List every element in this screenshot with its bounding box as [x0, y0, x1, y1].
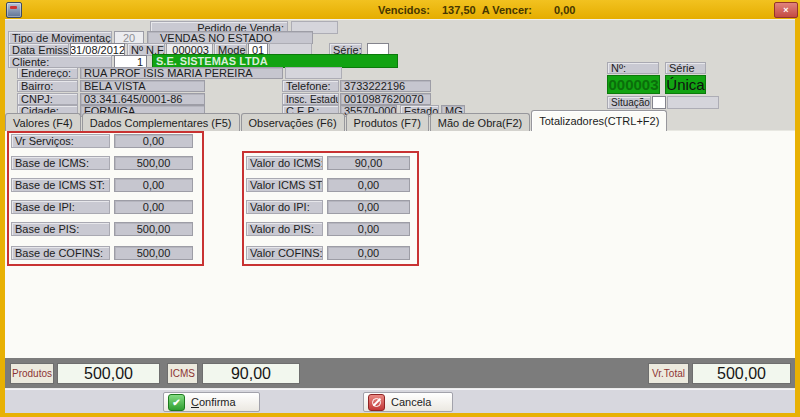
titlebar: Vencidos: 137,50 A Vencer: 0,00 × [0, 0, 800, 19]
tab-valores[interactable]: Valores (F4) [5, 113, 81, 131]
situacao-field [667, 96, 719, 109]
vrtotal-value: 500,00 [692, 363, 791, 384]
vencidos-value: 137,50 [442, 4, 476, 16]
tab-label: Dados Complementares (F5) [90, 117, 232, 129]
base-ipi-value: 0,00 [114, 200, 193, 214]
telefone-label: Telefone: [282, 80, 339, 92]
situacao-label: Situação [607, 96, 651, 109]
close-icon: × [783, 5, 788, 15]
check-icon: ✔ [168, 394, 185, 411]
confirm-button-label: Confirma [191, 396, 236, 408]
base-icms-value: 500,00 [114, 156, 193, 170]
endereco-extra-field [285, 67, 342, 79]
base-icms-st-label: Base de ICMS ST: [11, 178, 110, 192]
cnpj-value: 03.341.645/0001-86 [80, 93, 205, 105]
tab-label: Mão de Obra(F2) [438, 117, 522, 129]
base-icms-st-value: 0,00 [114, 178, 193, 192]
a-vencer-label: A Vencer: [482, 4, 532, 16]
tab-mao-de-obra[interactable]: Mão de Obra(F2) [430, 113, 530, 131]
serie-col-label: Série [665, 62, 706, 74]
confirm-button[interactable]: ✔ Confirma [163, 392, 260, 412]
valor-ipi-label: Valor do IPI: [246, 200, 323, 214]
cancel-icon [368, 394, 385, 411]
cancel-button[interactable]: Cancela [363, 392, 453, 412]
vencidos-label: Vencidos: [378, 4, 430, 16]
tab-observacoes[interactable]: Observações (F6) [241, 113, 345, 131]
cliente-name-field: S.E. SISTEMAS LTDA [152, 54, 398, 68]
produtos-total-label: Produtos [10, 363, 54, 384]
valor-icms-label: Valor do ICMS: [246, 156, 323, 170]
a-vencer-value: 0,00 [554, 4, 575, 16]
base-cofins-value: 500,00 [114, 246, 193, 260]
telefone-value: 3733222196 [340, 80, 431, 92]
icms-total-value: 90,00 [202, 363, 300, 384]
endereco-value: RUA PROF ISIS MARIA PEREIRA [80, 67, 283, 79]
valor-pis-label: Valor do PIS: [246, 222, 323, 236]
serie-col-value: Única [665, 75, 706, 94]
vr-servicos-label: Vr Serviços: [11, 134, 110, 148]
valor-icms-st-value: 0,00 [327, 178, 410, 192]
base-icms-label: Base de ICMS: [11, 156, 110, 170]
tab-label: Totalizadores(CTRL+F2) [539, 115, 659, 127]
tab-label: Produtos (F7) [354, 117, 421, 129]
app-icon [6, 2, 22, 18]
titlebar-summary: Vencidos: 137,50 A Vencer: 0,00 [378, 3, 575, 16]
icms-total-label: ICMS [167, 363, 198, 384]
valor-icms-value: 90,00 [327, 156, 410, 170]
bairro-value: BELA VISTA [80, 80, 205, 92]
vr-servicos-value: 0,00 [114, 134, 193, 148]
tab-label: Observações (F6) [249, 117, 337, 129]
valor-cofins-label: Valor COFINS: [246, 246, 323, 260]
valor-icms-st-label: Valor ICMS ST: [246, 178, 323, 192]
tab-strip: Valores (F4) Dados Complementares (F5) O… [5, 111, 668, 131]
valor-pis-value: 0,00 [327, 222, 410, 236]
cnpj-label: CNPJ: [17, 93, 78, 105]
tab-produtos[interactable]: Produtos (F7) [346, 113, 429, 131]
tab-label: Valores (F4) [13, 117, 73, 129]
numero-label: Nº: [607, 62, 659, 74]
produtos-total-value: 500,00 [57, 363, 160, 384]
cancel-button-label: Cancela [391, 396, 431, 408]
valor-ipi-value: 0,00 [327, 200, 410, 214]
bairro-label: Bairro: [17, 80, 78, 92]
close-button[interactable]: × [774, 2, 798, 18]
sales-order-window: Vencidos: 137,50 A Vencer: 0,00 × Pedido… [0, 0, 800, 417]
base-pis-label: Base de PIS: [11, 222, 110, 236]
insc-estadual-value: 0010987620070 [340, 93, 431, 105]
numero-value: 000003 [607, 75, 660, 94]
valor-cofins-value: 0,00 [327, 246, 410, 260]
base-pis-value: 500,00 [114, 222, 193, 236]
vrtotal-label: Vr.Total [648, 363, 689, 384]
situacao-checkbox[interactable] [652, 96, 666, 109]
endereco-label: Endereço: [17, 67, 78, 79]
insc-estadual-label: Insc. Estadual: [282, 93, 339, 105]
tab-totalizadores[interactable]: Totalizadores(CTRL+F2) [531, 110, 667, 131]
base-cofins-label: Base de COFINS: [11, 246, 110, 260]
base-ipi-label: Base de IPI: [11, 200, 110, 214]
tab-dados-complementares[interactable]: Dados Complementares (F5) [82, 113, 240, 131]
